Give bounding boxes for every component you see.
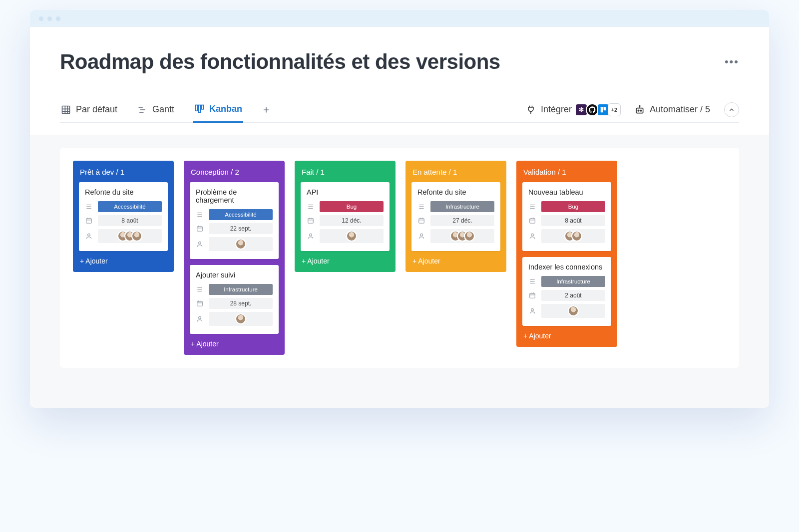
card-title: Refonte du site bbox=[417, 188, 494, 196]
row-icon bbox=[528, 203, 536, 210]
row-icon bbox=[196, 241, 204, 248]
page-title: Roadmap des fonctionnalités et des versi… bbox=[60, 50, 500, 74]
traffic-light-dot bbox=[39, 16, 43, 21]
row-icon bbox=[196, 286, 204, 293]
integration-stack: ✻ +2 bbox=[577, 103, 621, 116]
kanban-column: En attente / 1Refonte du siteInfrastruct… bbox=[405, 161, 506, 272]
svg-rect-13 bbox=[636, 108, 643, 113]
more-menu-button[interactable]: ••• bbox=[725, 55, 739, 68]
row-icon bbox=[307, 203, 315, 210]
svg-point-57 bbox=[420, 234, 423, 236]
card-date: 27 déc. bbox=[430, 215, 494, 226]
card-date: 8 août bbox=[98, 215, 162, 226]
column-title: En attente / 1 bbox=[411, 168, 500, 176]
card-assignees bbox=[320, 229, 384, 243]
view-tab-default[interactable]: Par défaut bbox=[60, 97, 118, 123]
card-tag: Accessibilité bbox=[209, 209, 273, 220]
row-icon bbox=[307, 233, 315, 240]
kanban-card[interactable]: Nouveau tableauBug8 août bbox=[522, 182, 611, 251]
add-card-button[interactable]: + Ajouter bbox=[411, 257, 500, 265]
add-card-button[interactable]: + Ajouter bbox=[301, 257, 390, 265]
svg-rect-9 bbox=[198, 105, 200, 113]
row-icon bbox=[85, 217, 93, 224]
view-tab-kanban[interactable]: Kanban bbox=[193, 97, 243, 123]
kanban-card[interactable]: APIBug12 déc. bbox=[301, 182, 390, 251]
add-card-button[interactable]: + Ajouter bbox=[79, 257, 168, 265]
row-icon bbox=[196, 225, 204, 232]
collapse-toolbar-button[interactable] bbox=[724, 102, 739, 117]
kanban-column: Conception / 2Problème de chargementAcce… bbox=[184, 161, 285, 355]
kanban-card[interactable]: Ajouter suiviInfrastructure28 sept. bbox=[190, 265, 279, 334]
card-tag: Infrastructure bbox=[430, 201, 494, 212]
integration-more-count[interactable]: +2 bbox=[608, 103, 621, 116]
card-assignees bbox=[98, 229, 162, 243]
traffic-light-dot bbox=[56, 16, 60, 21]
view-tab-label: Par défaut bbox=[76, 104, 117, 115]
avatar bbox=[346, 231, 357, 242]
column-title: Conception / 2 bbox=[190, 168, 279, 176]
column-title: Validation / 1 bbox=[522, 168, 611, 176]
card-date: 12 déc. bbox=[320, 215, 384, 226]
kanban-card[interactable]: Indexer les connexionsInfrastructure2 ao… bbox=[522, 257, 611, 326]
svg-point-49 bbox=[310, 234, 312, 236]
svg-rect-21 bbox=[86, 219, 92, 223]
browser-frame: Roadmap des fonctionnalités et des versi… bbox=[30, 10, 769, 408]
card-assignees bbox=[209, 312, 273, 326]
automate-button[interactable]: Automatiser / 5 bbox=[635, 104, 710, 115]
row-icon bbox=[85, 233, 93, 240]
svg-rect-53 bbox=[419, 219, 424, 223]
row-icon bbox=[196, 315, 204, 322]
card-tag: Bug bbox=[320, 201, 384, 212]
add-card-button[interactable]: + Ajouter bbox=[522, 332, 611, 340]
svg-rect-0 bbox=[62, 106, 70, 113]
page: Roadmap des fonctionnalités et des versi… bbox=[30, 27, 769, 408]
avatar bbox=[131, 231, 142, 242]
svg-point-33 bbox=[199, 242, 201, 244]
kanban-column: Validation / 1Nouveau tableauBug8 aoûtIn… bbox=[516, 161, 617, 347]
svg-rect-29 bbox=[197, 227, 203, 231]
grid-icon bbox=[61, 105, 71, 115]
row-icon bbox=[528, 217, 536, 224]
column-title: Fait / 1 bbox=[301, 168, 390, 176]
card-assignees bbox=[541, 304, 605, 318]
row-icon bbox=[307, 217, 315, 224]
row-icon bbox=[528, 278, 536, 285]
svg-point-65 bbox=[531, 234, 534, 236]
card-title: Refonte du site bbox=[85, 188, 162, 196]
card-title: Ajouter suivi bbox=[196, 271, 273, 279]
avatar bbox=[571, 231, 582, 242]
card-title: API bbox=[307, 188, 384, 196]
column-title: Prêt à dev / 1 bbox=[79, 168, 168, 176]
integrate-button[interactable]: Intégrer ✻ +2 bbox=[526, 103, 621, 116]
kanban-card[interactable]: Problème de chargementAccessibilité22 se… bbox=[190, 182, 279, 259]
window-titlebar bbox=[30, 10, 769, 27]
integrate-label: Intégrer bbox=[541, 104, 572, 115]
card-date: 2 août bbox=[541, 290, 605, 301]
add-card-button[interactable]: + Ajouter bbox=[190, 340, 279, 348]
card-assignees bbox=[541, 229, 605, 243]
avatar bbox=[235, 313, 246, 324]
toolbar: Par défaut Gantt bbox=[60, 97, 739, 123]
card-title: Problème de chargement bbox=[196, 188, 273, 204]
svg-point-73 bbox=[531, 308, 534, 311]
view-tab-gantt[interactable]: Gantt bbox=[136, 97, 175, 123]
row-icon bbox=[528, 292, 536, 299]
svg-point-25 bbox=[88, 234, 90, 236]
kanban-card[interactable]: Refonte du siteAccessibilité8 août bbox=[79, 182, 168, 251]
svg-rect-37 bbox=[197, 301, 203, 306]
plug-icon bbox=[526, 105, 536, 115]
row-icon bbox=[417, 233, 425, 240]
svg-point-17 bbox=[639, 105, 640, 106]
card-date: 22 sept. bbox=[209, 223, 273, 234]
row-icon bbox=[528, 233, 536, 240]
svg-rect-12 bbox=[604, 107, 606, 110]
svg-rect-10 bbox=[201, 105, 203, 109]
view-tabs: Par défaut Gantt bbox=[60, 97, 271, 123]
svg-rect-11 bbox=[601, 107, 603, 112]
svg-rect-45 bbox=[308, 219, 314, 223]
automate-label: Automatiser / 5 bbox=[650, 104, 710, 115]
kanban-card[interactable]: Refonte du siteInfrastructure27 déc. bbox=[411, 182, 500, 251]
card-title: Nouveau tableau bbox=[528, 188, 605, 196]
kanban-board: Prêt à dev / 1Refonte du siteAccessibili… bbox=[60, 148, 739, 368]
add-view-button[interactable]: ＋ bbox=[261, 103, 271, 116]
